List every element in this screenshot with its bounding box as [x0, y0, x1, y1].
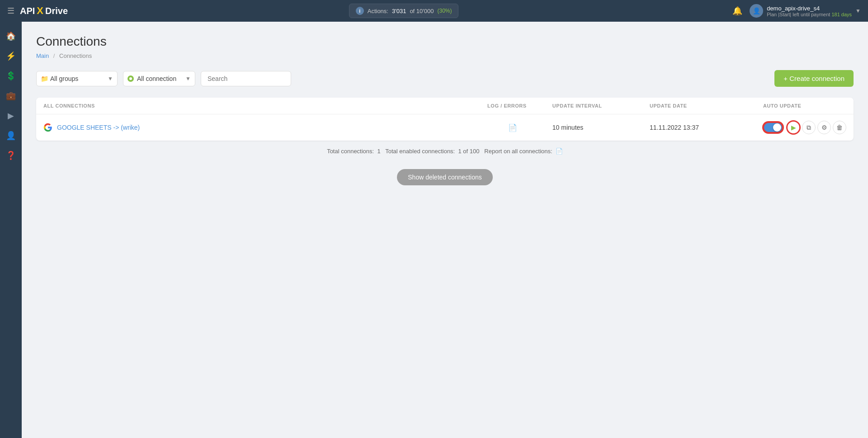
hamburger-icon[interactable]: ☰ — [7, 6, 14, 16]
actions-total: of 10'000 — [410, 8, 434, 14]
delete-button[interactable]: 🗑 — [833, 121, 846, 134]
connection-name-cell: GOOGLE SHEETS -> (wrike) — [36, 114, 480, 141]
status-select-wrapper: All connection ▼ — [123, 71, 195, 86]
toggle-thumb — [773, 123, 781, 132]
toggle-track — [763, 122, 783, 133]
report-label: Report on all connections: — [484, 148, 552, 155]
logo-api-text: API — [20, 6, 35, 16]
breadcrumb: Main / Connections — [36, 52, 854, 59]
topbar-center: i Actions: 3'031 of 10'000 (30%) — [75, 4, 732, 18]
connections-table: ALL CONNECTIONS LOG / ERRORS UPDATE INTE… — [36, 98, 854, 141]
total-connections-value: 1 — [377, 148, 380, 155]
report-link[interactable]: 📄 — [556, 148, 563, 155]
actions-label: Actions: — [368, 8, 388, 14]
actions-pct: (30%) — [437, 8, 452, 14]
sidebar-item-profile[interactable]: 👤 — [2, 127, 20, 145]
avatar: 👤 — [750, 4, 763, 18]
status-select[interactable]: All connection — [123, 71, 195, 86]
logo[interactable]: APIXDrive — [20, 5, 68, 17]
user-name: demo_apix-drive_s4 — [767, 5, 852, 12]
col-header-update-date: UPDATE DATE — [642, 98, 756, 114]
actions-count: 3'031 — [392, 8, 406, 14]
user-plan: Plan |Start| left until payment 181 days — [767, 12, 852, 17]
sidebar-item-connections[interactable]: ⚡ — [2, 47, 20, 65]
info-icon: i — [356, 7, 364, 15]
content-area: Connections Main / Connections 📁 All gro… — [22, 22, 868, 438]
settings-button[interactable]: ⚙ — [817, 121, 831, 134]
copy-button[interactable]: ⧉ — [802, 121, 816, 134]
breadcrumb-main[interactable]: Main — [36, 52, 49, 59]
breadcrumb-current: Connections — [59, 52, 92, 59]
page-title: Connections — [36, 34, 854, 49]
action-icons: ▶ ⧉ ⚙ 🗑 — [787, 121, 846, 134]
toolbar: 📁 All groups ▼ All connection ▼ + Create… — [36, 70, 854, 87]
show-deleted-button[interactable]: Show deleted connections — [397, 169, 492, 185]
col-header-auto-update: AUTO UPDATE — [756, 98, 854, 114]
connection-link[interactable]: GOOGLE SHEETS -> (wrike) — [57, 124, 140, 131]
date-cell: 11.11.2022 13:37 — [642, 114, 756, 141]
user-info[interactable]: 👤 demo_apix-drive_s4 Plan |Start| left u… — [750, 4, 861, 18]
auto-update-cell: ▶ ⧉ ⚙ 🗑 — [756, 114, 854, 141]
main-layout: 🏠 ⚡ 💲 💼 ▶ 👤 ❓ Connections Main / Connect… — [0, 22, 868, 438]
logo-x-text: X — [37, 5, 43, 17]
table-header-row: ALL CONNECTIONS LOG / ERRORS UPDATE INTE… — [36, 98, 854, 114]
run-button[interactable]: ▶ — [787, 121, 800, 134]
bell-icon[interactable]: 🔔 — [732, 6, 742, 16]
groups-select-wrapper: 📁 All groups ▼ — [36, 71, 118, 86]
auto-update-wrapper: ▶ ⧉ ⚙ 🗑 — [763, 121, 846, 134]
total-connections-label: Total connections: — [327, 148, 374, 155]
connection-name-wrapper: GOOGLE SHEETS -> (wrike) — [43, 123, 473, 132]
search-input[interactable] — [201, 71, 291, 86]
user-details: demo_apix-drive_s4 Plan |Start| left unt… — [767, 5, 852, 17]
col-header-update-interval: UPDATE INTERVAL — [545, 98, 642, 114]
breadcrumb-separator: / — [53, 52, 55, 59]
total-enabled-label: Total enabled connections: — [385, 148, 455, 155]
actions-badge: i Actions: 3'031 of 10'000 (30%) — [349, 4, 459, 18]
chevron-down-icon: ▼ — [855, 8, 861, 14]
auto-update-toggle[interactable] — [763, 122, 783, 133]
logo-drive-text: Drive — [45, 6, 68, 16]
topbar-right: 🔔 👤 demo_apix-drive_s4 Plan |Start| left… — [732, 4, 861, 18]
log-icon[interactable]: 📄 — [508, 124, 517, 132]
sidebar-item-projects[interactable]: 💼 — [2, 87, 20, 105]
show-deleted-container: Show deleted connections — [36, 162, 854, 189]
sidebar-item-help[interactable]: ❓ — [2, 146, 20, 165]
sidebar-item-video[interactable]: ▶ — [2, 107, 20, 125]
sidebar-item-billing[interactable]: 💲 — [2, 67, 20, 85]
total-enabled-value: 1 of 100 — [458, 148, 479, 155]
col-header-log-errors: LOG / ERRORS — [480, 98, 545, 114]
sidebar-item-home[interactable]: 🏠 — [2, 27, 20, 45]
create-connection-button[interactable]: + Create connection — [774, 70, 854, 87]
sidebar: 🏠 ⚡ 💲 💼 ▶ 👤 ❓ — [0, 22, 22, 438]
col-header-all-connections: ALL CONNECTIONS — [36, 98, 480, 114]
table-row: GOOGLE SHEETS -> (wrike) 📄 10 minutes 11… — [36, 114, 854, 141]
topbar: ☰ APIXDrive i Actions: 3'031 of 10'000 (… — [0, 0, 868, 22]
google-sheets-icon — [43, 123, 52, 132]
log-cell: 📄 — [480, 114, 545, 141]
summary-row: Total connections: 1 Total enabled conne… — [36, 141, 854, 162]
groups-select[interactable]: All groups — [36, 71, 118, 86]
interval-cell: 10 minutes — [545, 114, 642, 141]
